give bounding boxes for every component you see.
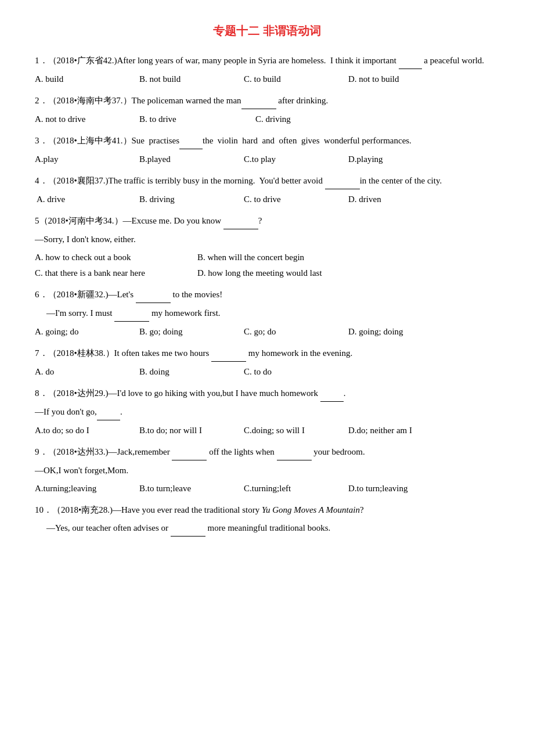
- q4-option-a: A. drive: [35, 192, 139, 207]
- q7-option-b: B. doing: [139, 364, 244, 380]
- q5-option-b: B. when will the concert begin: [197, 250, 360, 265]
- question-1: 1．（2018•广东省42.)After long years of war, …: [35, 53, 499, 87]
- q5-dialog: —Sorry, I don't know, either.: [35, 232, 499, 247]
- q3-options: A.play B.played C.to play D.playing: [35, 152, 499, 167]
- q8-option-c: C.doing; so will I: [244, 423, 348, 438]
- q9-option-d: D.to turn;leaving: [348, 481, 453, 496]
- q4-text: 4．（2018•襄阳37.)The traffic is terribly bu…: [35, 173, 499, 189]
- q1-option-a: A. build: [35, 71, 139, 87]
- q9-text2: —OK,I won't forget,Mom.: [35, 463, 499, 478]
- q6-option-b: B. go; doing: [139, 324, 244, 340]
- question-9: 9．（2018•达州33.)—Jack,remember off the lig…: [35, 444, 499, 496]
- q5-text: 5（2018•河南中考34.）—Excuse me. Do you know ?: [35, 213, 499, 229]
- q2-option-a: A. not to drive: [35, 111, 139, 127]
- question-3: 3．（2018•上海中考41.）Sue practises the violin…: [35, 133, 499, 167]
- question-8: 8．（2018•达州29.)—I'd love to go hiking wit…: [35, 386, 499, 438]
- q1-options: A. build B. not build C. to build D. not…: [35, 71, 499, 87]
- q8-text2: —If you don't go, .: [35, 404, 499, 420]
- q6-text2: —I'm sorry. I must my homework first.: [35, 305, 499, 322]
- q1-option-c: C. to build: [244, 71, 348, 87]
- q2-option-c: C. driving: [255, 111, 360, 127]
- q4-option-d: D. driven: [348, 192, 453, 207]
- q9-option-a: A.turning;leaving: [35, 481, 139, 496]
- q3-option-a: A.play: [35, 152, 139, 167]
- q8-option-d: D.do; neither am I: [348, 423, 453, 438]
- question-7: 7．（2018•桂林38.）It often takes me two hour…: [35, 345, 499, 380]
- q6-option-a: A. going; do: [35, 324, 139, 340]
- q7-option-c: C. to do: [244, 364, 348, 380]
- q3-option-b: B.played: [139, 152, 244, 167]
- q8-option-b: B.to do; nor will I: [139, 423, 244, 438]
- q9-option-b: B.to turn;leave: [139, 481, 244, 496]
- q5-options: A. how to check out a book B. when will …: [35, 250, 499, 281]
- q8-options: A.to do; so do I B.to do; nor will I C.d…: [35, 423, 499, 438]
- q6-text1: 6．（2018•新疆32.)—Let's to the movies!: [35, 287, 499, 303]
- q8-text1: 8．（2018•达州29.)—I'd love to go hiking wit…: [35, 386, 499, 402]
- q10-text1: 10．（2018•南充28.)—Have you ever read the t…: [35, 502, 499, 518]
- q1-option-d: D. not to build: [348, 71, 453, 87]
- question-10: 10．（2018•南充28.)—Have you ever read the t…: [35, 502, 499, 537]
- question-4: 4．（2018•襄阳37.)The traffic is terribly bu…: [35, 173, 499, 207]
- q1-option-b: B. not build: [139, 71, 244, 87]
- q5-option-c: C. that there is a bank near here: [35, 265, 197, 281]
- q5-option-d: D. how long the meeting would last: [197, 265, 360, 281]
- q3-text: 3．（2018•上海中考41.）Sue practises the violin…: [35, 133, 499, 149]
- q2-options: A. not to drive B. to drive C. driving: [35, 111, 499, 127]
- q10-italic: Yu Gong Moves A Mountain: [262, 505, 360, 514]
- q9-text1: 9．（2018•达州33.)—Jack,remember off the lig…: [35, 444, 499, 460]
- q7-text: 7．（2018•桂林38.）It often takes me two hour…: [35, 345, 499, 362]
- question-2: 2．（2018•海南中考37.）The policeman warned the…: [35, 93, 499, 127]
- q10-text2: —Yes, our teacher often advises or more …: [35, 520, 499, 537]
- q7-options: A. do B. doing C. to do: [35, 364, 499, 380]
- q5-option-a: A. how to check out a book: [35, 250, 197, 265]
- q6-options: A. going; do B. go; doing C. go; do D. g…: [35, 324, 499, 340]
- q4-option-c: C. to drive: [244, 192, 348, 207]
- q6-option-c: C. go; do: [244, 324, 348, 340]
- q7-option-a: A. do: [35, 364, 139, 380]
- q4-options: A. drive B. driving C. to drive D. drive…: [35, 192, 499, 207]
- q9-options: A.turning;leaving B.to turn;leave C.turn…: [35, 481, 499, 496]
- question-6: 6．（2018•新疆32.)—Let's to the movies! —I'm…: [35, 287, 499, 340]
- q4-option-b: B. driving: [139, 192, 244, 207]
- q3-option-d: D.playing: [348, 152, 453, 167]
- q3-option-c: C.to play: [244, 152, 348, 167]
- question-5: 5（2018•河南中考34.）—Excuse me. Do you know ?…: [35, 213, 499, 281]
- q8-option-a: A.to do; so do I: [35, 423, 139, 438]
- q2-option-b: B. to drive: [139, 111, 255, 127]
- page-title: 专题十二 非谓语动词: [35, 23, 499, 39]
- q9-option-c: C.turning;left: [244, 481, 348, 496]
- q2-text: 2．（2018•海南中考37.）The policeman warned the…: [35, 93, 499, 109]
- q1-text: 1．（2018•广东省42.)After long years of war, …: [35, 53, 499, 69]
- q6-option-d: D. going; doing: [348, 324, 453, 340]
